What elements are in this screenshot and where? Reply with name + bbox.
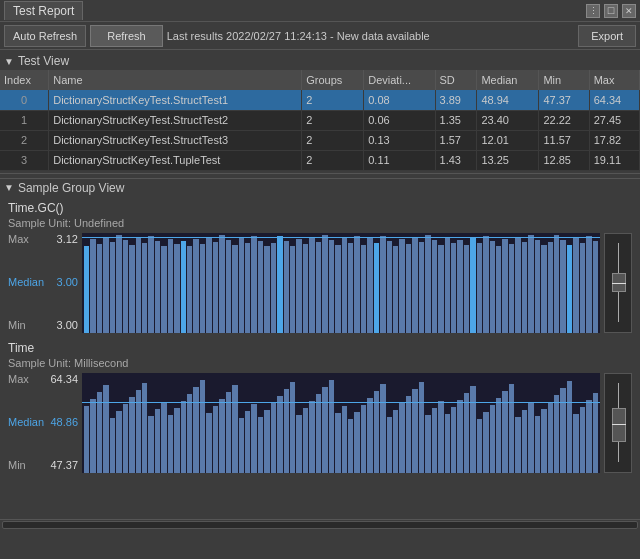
chart-bars-container-0 [82,233,600,333]
chart-bar [155,409,160,473]
table-cell-max: 64.34 [589,90,639,110]
chart-bar [387,241,392,332]
chart-bar [251,404,256,473]
chart-bar [367,398,372,472]
chart-bar [483,236,488,332]
chart-bar [393,410,398,473]
chart-bar [181,401,186,473]
sample-group-section[interactable]: ▼ Sample Group View Time.GC()Sample Unit… [0,179,640,519]
chart-bar [412,237,417,332]
chart-bar [97,392,102,472]
chart-bar [296,239,301,332]
chart-label-value: 48.86 [50,416,78,428]
close-button[interactable]: ✕ [622,4,636,18]
chart-bar [438,245,443,332]
chart-label-row: Min3.00 [8,319,78,331]
chart-bar [232,385,237,472]
chart-bar [535,240,540,332]
chart-bars-1 [82,373,600,473]
chart-bar [129,397,134,472]
table-cell-name: DictionaryStructKeyTest.TupleTest [49,150,302,170]
chart-bar [399,239,404,332]
chart-bar [361,245,366,332]
chart-bar [303,408,308,473]
window-controls: ⋮ ☐ ✕ [586,4,636,18]
horizontal-scrollbar-track[interactable] [2,521,638,529]
title-tab[interactable]: Test Report [4,1,83,20]
chart-bar [432,408,437,473]
table-row[interactable]: 0DictionaryStructKeyTest.StructTest120.0… [0,90,640,110]
chart-label-name: Median [8,416,44,428]
chart-bar [554,395,559,472]
chart-bar [258,417,263,473]
bottom-scrollbar[interactable] [0,519,640,531]
chart-bar [103,237,108,332]
chart-bar [316,394,321,472]
chart-bar [387,417,392,473]
chart-bar [586,400,591,473]
chart-bar [168,415,173,473]
chart-bar [329,380,334,472]
chart-bar [136,238,141,332]
table-row[interactable]: 2DictionaryStructKeyTest.StructTest320.1… [0,130,640,150]
sample-group-header[interactable]: ▼ Sample Group View [0,179,640,197]
chart-bar [277,236,282,332]
chart-bar [187,246,192,332]
chart-label-value: 3.00 [57,319,78,331]
chart-bar [200,380,205,472]
chart-bar [271,403,276,473]
table-row[interactable]: 3DictionaryStructKeyTest.TupleTest20.111… [0,150,640,170]
chart-bar [123,404,128,473]
chart-bar [541,245,546,332]
chart-bar [342,406,347,473]
chart-bar [213,406,218,473]
menu-button[interactable]: ⋮ [586,4,600,18]
chart-title-0: Time.GC() [8,201,632,215]
maximize-button[interactable]: ☐ [604,4,618,18]
chart-bar [470,238,475,332]
table-cell-sd: 1.35 [435,110,477,130]
table-row[interactable]: 1DictionaryStructKeyTest.StructTest220.0… [0,110,640,130]
chart-bar [148,416,153,473]
chart-bar [335,413,340,473]
refresh-button[interactable]: Refresh [90,25,163,47]
chart-bar [509,244,514,332]
test-view-header[interactable]: ▼ Test View [0,52,640,70]
chart-label-value: 47.37 [50,459,78,471]
chart-bar [548,402,553,473]
chart-bar [110,418,115,473]
chart-bar [438,401,443,473]
chart-label-name: Max [8,233,29,245]
table-cell-groups: 2 [302,110,364,130]
chart-bar [477,243,482,332]
chart-wrapper-1: Max64.34Median48.86Min47.37 [8,373,632,473]
auto-refresh-button[interactable]: Auto Refresh [4,25,86,47]
table-cell-min: 47.37 [539,90,589,110]
chart-bar [496,398,501,472]
table-cell-name: DictionaryStructKeyTest.StructTest2 [49,110,302,130]
col-sd: SD [435,70,477,90]
chart-bar [329,240,334,332]
chart-label-value: 64.34 [50,373,78,385]
chart-bar [470,386,475,472]
chart-bar [264,410,269,473]
chart-labels-0: Max3.12Median3.00Min3.00 [8,233,78,333]
table-cell-median: 48.94 [477,90,539,110]
chart-bar [187,394,192,472]
chart-bar [322,387,327,472]
chart-bar [361,405,366,473]
chart-bar [142,243,147,332]
chart-bar [567,381,572,472]
chart-bar [348,419,353,473]
chart-bar [342,238,347,332]
chart-bar [528,235,533,332]
test-view-section: ▼ Test View Index Name Groups Deviati...… [0,50,640,173]
title-text: Test Report [13,4,74,18]
chart-bar [309,237,314,332]
chart-bar [226,240,231,332]
chart-bar [206,237,211,332]
table-header-row: Index Name Groups Deviati... SD Median M… [0,70,640,90]
table-cell-index: 3 [0,150,49,170]
export-button[interactable]: Export [578,25,636,47]
box-plot-1 [604,373,632,473]
